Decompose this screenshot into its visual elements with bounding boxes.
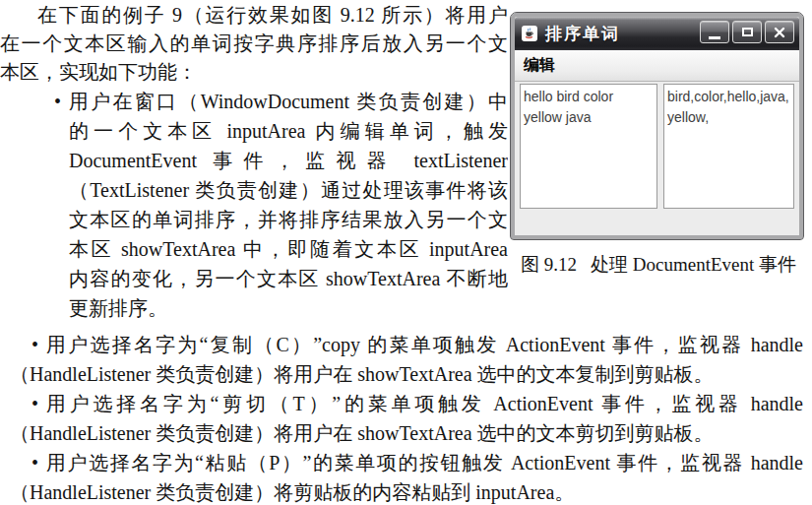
- paragraph-line: 本区，实现如下功能：: [0, 57, 197, 87]
- maximize-icon: [742, 28, 753, 36]
- figure-caption-label: 图 9.12: [521, 254, 577, 275]
- bullet-line: 更新排序。: [69, 293, 167, 323]
- paragraph-line: 在下面的例子 9（运行效果如图 9.12 所示）将用户: [37, 0, 508, 30]
- bullet-line: 用户选择名字为“复制（C）”copy 的菜单项触发 ActionEvent 事件…: [46, 330, 803, 359]
- bullet-marker: •: [54, 87, 61, 116]
- bullet-line: 内容的变化，另一个文本区 showTextArea 不断地: [69, 264, 508, 293]
- bullet-line: DocumentEvent 事件，监视器 textListener: [69, 146, 508, 175]
- input-area-textarea[interactable]: hello bird color yellow java: [520, 84, 657, 209]
- bullet-line: 用户在窗口（WindowDocument 类负责创建）中: [69, 87, 508, 116]
- bullet-line: （HandleListener 类负责创建）将用户在 showTextArea …: [10, 418, 714, 448]
- close-button[interactable]: [765, 21, 794, 43]
- menu-item-edit[interactable]: 编辑: [515, 55, 564, 76]
- bullet-line: 本区 showTextArea 中，即随着文本区 inputArea: [69, 234, 508, 264]
- sort-words-window: 排序单词 编辑 hello bird color yellow java bir…: [511, 13, 803, 239]
- page: 在下面的例子 9（运行效果如图 9.12 所示）将用户 在一个文本区输入的单词按…: [0, 0, 812, 505]
- maximize-button[interactable]: [732, 21, 762, 43]
- bullet-marker: •: [31, 330, 38, 359]
- close-icon: [774, 27, 785, 38]
- bullet-line: （HandleListener 类负责创建）将用户在 showTextArea …: [10, 359, 714, 389]
- minimize-button[interactable]: [700, 21, 729, 43]
- window-title: 排序单词: [545, 23, 620, 45]
- bullet-line: 用户选择名字为“粘贴（P）”的菜单项的按钮触发 ActionEvent 事件，监…: [46, 448, 803, 477]
- bullet-line: （HandleListener 类负责创建）将剪贴板的内容粘贴到 inputAr…: [10, 477, 574, 505]
- figure-caption-text: 处理 DocumentEvent 事件: [591, 254, 796, 275]
- paragraph-line: 在一个文本区输入的单词按字典序排序后放入另一个文: [0, 29, 508, 58]
- bullet-line: （TextListener 类负责创建）通过处理该事件将该: [69, 175, 508, 205]
- window-content: hello bird color yellow java bird,color,…: [515, 82, 799, 236]
- window-controls: [700, 21, 794, 43]
- show-text-area-textarea[interactable]: bird,color,hello,java, yellow,: [663, 84, 794, 209]
- bullet-line: 用户选择名字为“剪切（T）”的菜单项触发 ActionEvent 事件，监视器 …: [46, 389, 803, 418]
- bullet-marker: •: [31, 448, 38, 477]
- bullet-line: 的一个文本区 inputArea 内编辑单词，触发: [69, 116, 508, 146]
- bullet-marker: •: [31, 389, 38, 418]
- bullet-line: 文本区的单词排序，并将排序结果放入另一个文: [69, 205, 508, 234]
- window-titlebar[interactable]: 排序单词: [515, 17, 799, 50]
- minimize-icon: [709, 36, 720, 39]
- menu-bar: 编辑: [515, 50, 799, 82]
- java-coffee-icon: [522, 26, 537, 41]
- figure-caption: 图 9.12处理 DocumentEvent 事件: [511, 252, 806, 278]
